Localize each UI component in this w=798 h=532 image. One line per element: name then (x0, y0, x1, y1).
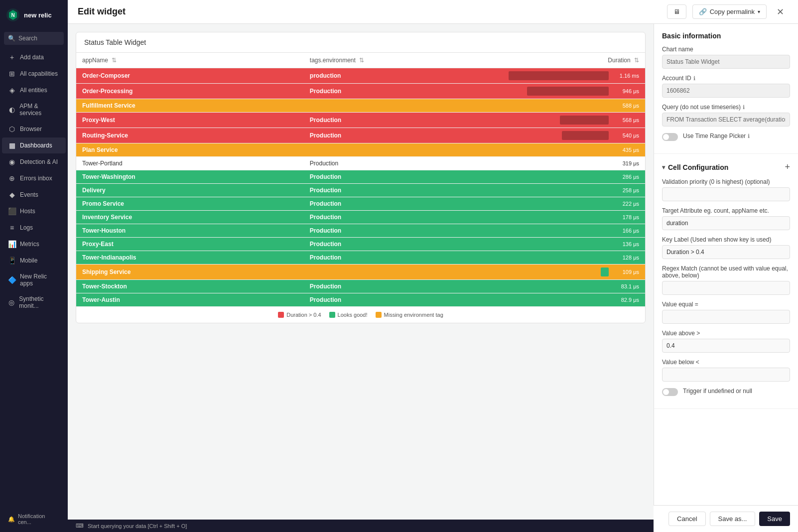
status-table: appName ⇅ tags.environment ⇅ Duration ⇅ (76, 53, 645, 307)
app-name-cell: Tower-Stockton (76, 280, 304, 293)
regex-match-label: Regex Match (cannot be used with value e… (662, 265, 790, 279)
env-cell: Production (304, 251, 503, 265)
sidebar-item-errors-inbox[interactable]: ⊕Errors inbox (2, 170, 66, 186)
sidebar-item-dashboards[interactable]: ▦Dashboards (2, 137, 66, 153)
close-button[interactable]: ✕ (773, 4, 788, 19)
table-row: Inventory Service Production 178 μs (76, 211, 645, 224)
account-id-input[interactable] (662, 84, 790, 98)
chevron-down-icon: ▾ (758, 9, 760, 14)
sidebar-bottom: 🔔 Notification cen... (0, 506, 68, 532)
main-content: Edit widget 🖥 🔗 Copy permalink ▾ ✕ Statu… (68, 0, 798, 532)
cancel-button[interactable]: Cancel (668, 512, 705, 526)
sidebar-item-label: APM & services (19, 103, 60, 117)
env-cell: Production (304, 128, 503, 143)
add-cell-config-button[interactable]: + (785, 162, 790, 172)
detection-ai-icon: ◉ (8, 158, 16, 166)
sidebar-item-browser[interactable]: ⬡Browser (2, 121, 66, 137)
value-below-input[interactable] (662, 368, 790, 382)
time-range-toggle[interactable] (662, 133, 678, 141)
svg-text:N: N (11, 12, 14, 18)
env-cell: Production (304, 170, 503, 184)
sidebar-item-mobile[interactable]: 📱Mobile (2, 253, 66, 268)
env-cell: Production (304, 280, 503, 293)
copy-permalink-button[interactable]: 🔗 Copy permalink ▾ (692, 4, 767, 19)
env-cell: Production (304, 211, 503, 224)
duration-cell: 435 μs (503, 143, 645, 157)
notification-center[interactable]: 🔔 Notification cen... (4, 510, 64, 528)
sidebar-item-metrics[interactable]: 📊Metrics (2, 236, 66, 252)
sort-icon-env[interactable]: ⇅ (359, 57, 364, 64)
table-row: Shipping Service 109 μs (76, 265, 645, 280)
validation-priority-input[interactable] (662, 187, 790, 201)
value-above-label: Value above > (662, 330, 790, 337)
search-label: Search (18, 35, 37, 42)
trigger-undefined-toggle[interactable] (662, 388, 678, 396)
link-icon: 🔗 (699, 8, 707, 15)
sidebar-item-label: Detection & AI (20, 158, 58, 165)
legend-label: Duration > 0.4 (286, 312, 321, 318)
collapse-icon[interactable]: ▾ (662, 164, 665, 171)
sidebar-item-add-data[interactable]: +Add data (2, 49, 66, 65)
query-input[interactable] (662, 113, 790, 127)
table-row: Order-Processing Production 946 μs (76, 84, 645, 99)
sort-icon-appname[interactable]: ⇅ (112, 57, 117, 64)
app-name-cell: Order-Composer (76, 68, 304, 84)
save-as-button[interactable]: Save as... (710, 512, 756, 526)
time-range-info-icon: ℹ (748, 133, 750, 139)
screenshot-button[interactable]: 🖥 (667, 4, 686, 19)
app-name-cell: Fulfillment Service (76, 99, 304, 113)
value-above-input[interactable] (662, 339, 790, 353)
sidebar-item-label: Errors inbox (20, 175, 52, 182)
sort-icon-duration[interactable]: ⇅ (634, 57, 639, 64)
time-range-toggle-row: Use Time Range Picker ℹ (662, 133, 790, 141)
query-info-icon: ℹ (743, 104, 745, 111)
duration-cell: 319 μs (503, 157, 645, 170)
app-name-cell: Tower-Portland (76, 157, 304, 170)
sidebar-item-label: Add data (20, 54, 44, 61)
key-label-input[interactable] (662, 245, 790, 259)
sidebar-item-label: Dashboards (20, 142, 52, 149)
legend-item: Duration > 0.4 (278, 312, 321, 318)
value-equal-input[interactable] (662, 310, 790, 324)
metrics-icon: 📊 (8, 240, 16, 248)
app-name-cell: Promo Service (76, 197, 304, 211)
duration-cell: 258 μs (503, 184, 645, 197)
regex-match-input[interactable] (662, 281, 790, 295)
notification-label: Notification cen... (18, 513, 60, 525)
validation-priority-label: Validation priority (0 is highest) (opti… (662, 178, 790, 185)
chart-name-field: Chart name (662, 46, 790, 69)
apm-services-icon: ◐ (8, 106, 15, 114)
sidebar-item-apm-services[interactable]: ◐APM & services (2, 99, 66, 121)
app-name-cell: Plan Service (76, 143, 304, 157)
account-id-field: Account ID ℹ (662, 75, 790, 98)
validation-priority-field: Validation priority (0 is highest) (opti… (662, 178, 790, 201)
sidebar-item-detection-ai[interactable]: ◉Detection & AI (2, 154, 66, 170)
table-row: Tower-Washington Production 286 μs (76, 170, 645, 184)
col-header-environment: tags.environment ⇅ (304, 53, 503, 68)
legend: Duration > 0.4Looks good!Missing environ… (76, 307, 645, 323)
cell-config-header: ▾ Cell Configuration + (662, 162, 790, 172)
sidebar-item-hosts[interactable]: ⬛Hosts (2, 203, 66, 219)
value-above-field: Value above > (662, 330, 790, 353)
env-cell: Production (304, 84, 503, 99)
target-attribute-input[interactable] (662, 216, 790, 230)
app-name-cell: Tower-Austin (76, 293, 304, 307)
add-data-icon: + (8, 53, 16, 61)
new-relic-apps-icon: 🔷 (8, 276, 16, 284)
duration-cell: 128 μs (503, 251, 645, 265)
app-name-cell: Proxy-West (76, 113, 304, 128)
sidebar-item-all-entities[interactable]: ◈All entities (2, 82, 66, 98)
sidebar-item-new-relic-apps[interactable]: 🔷New Relic apps (2, 269, 66, 291)
chart-name-input[interactable] (662, 55, 790, 69)
sidebar-item-events[interactable]: ◆Events (2, 187, 66, 203)
app-name-cell: Inventory Service (76, 211, 304, 224)
hosts-icon: ⬛ (8, 207, 16, 215)
sidebar-item-logs[interactable]: ≡Logs (2, 220, 66, 236)
sidebar-item-synthetic-moni[interactable]: ◎Synthetic monit... (2, 291, 66, 313)
duration-cell: 540 μs (503, 128, 645, 143)
save-button[interactable]: Save (759, 512, 790, 526)
basic-info-title: Basic information (662, 32, 790, 40)
table-row: Delivery Production 258 μs (76, 184, 645, 197)
search-bar[interactable]: 🔍 Search (4, 32, 64, 45)
sidebar-item-all-capabilities[interactable]: ⊞All capabilities (2, 66, 66, 82)
